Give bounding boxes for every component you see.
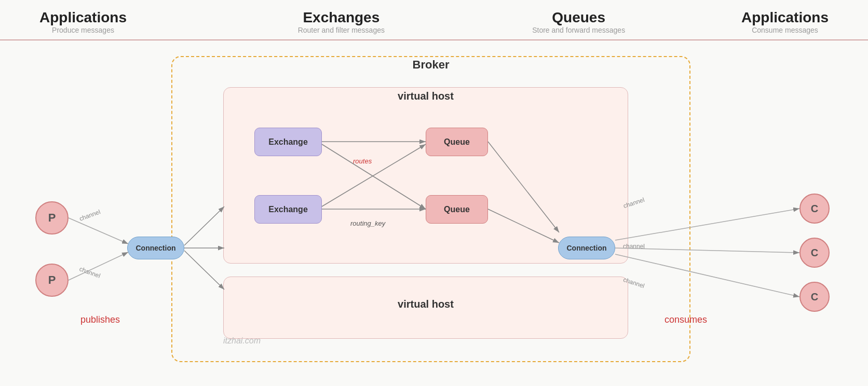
connection-left: Connection (127, 237, 184, 259)
producer-circle-1: P (35, 201, 69, 235)
vhost1-label: virtual host (223, 90, 628, 102)
publishes-label: publishes (80, 314, 120, 325)
header-col-queues: Queues Store and forward messages (527, 9, 631, 34)
connection-left-label: Connection (136, 244, 176, 252)
header-col-apps-produce: Applications Produce messages (31, 9, 135, 34)
vhost2-label: virtual host (223, 298, 628, 310)
consumes-label: consumes (664, 314, 707, 325)
header-sub-queues: Store and forward messages (527, 26, 631, 34)
consumer-circle-2: C (799, 238, 830, 268)
header-col-exchanges: Exchanges Router and filter messages (289, 9, 393, 34)
header-sub-apps-produce: Produce messages (31, 26, 135, 34)
consumer-circle-1: C (799, 194, 830, 224)
svg-line-2 (69, 218, 128, 244)
header-title-apps-consume: Applications (733, 9, 837, 26)
routes-label: routes (353, 157, 372, 165)
connection-right-label: Connection (567, 244, 607, 252)
diagram: Broker virtual host virtual host Exchang… (0, 40, 868, 380)
producer-label-2: P (48, 273, 56, 287)
header-sub-apps-consume: Consume messages (733, 26, 837, 34)
consumer-label-3: C (811, 291, 818, 303)
watermark: itzhai.com (223, 336, 261, 346)
header-title-queues: Queues (527, 9, 631, 26)
consumer-label-2: C (811, 247, 818, 259)
consumer-label-1: C (811, 203, 818, 215)
channel-label-p2: channel (78, 265, 101, 280)
channel-label-c2: channel (623, 243, 645, 250)
queue-box-1: Queue (426, 128, 488, 156)
header: Applications Produce messages Exchanges … (0, 0, 868, 40)
exchange-box-2: Exchange (254, 195, 322, 224)
queue-label-2: Queue (444, 205, 470, 214)
routing-key-label: routing_key (350, 219, 385, 227)
producer-label-1: P (48, 211, 56, 225)
header-col-apps-consume: Applications Consume messages (733, 9, 837, 34)
connection-right: Connection (558, 237, 615, 259)
header-title-exchanges: Exchanges (289, 9, 393, 26)
producer-circle-2: P (35, 264, 69, 297)
queue-box-2: Queue (426, 195, 488, 224)
consumer-circle-3: C (799, 282, 830, 312)
header-title-apps-produce: Applications (31, 9, 135, 26)
broker-label: Broker (171, 58, 690, 72)
header-sub-exchanges: Router and filter messages (289, 26, 393, 34)
exchange-box-1: Exchange (254, 128, 322, 156)
channel-label-p1: channel (78, 208, 101, 223)
queue-label-1: Queue (444, 137, 470, 147)
exchange-label-2: Exchange (268, 205, 308, 214)
exchange-label-1: Exchange (268, 137, 308, 147)
